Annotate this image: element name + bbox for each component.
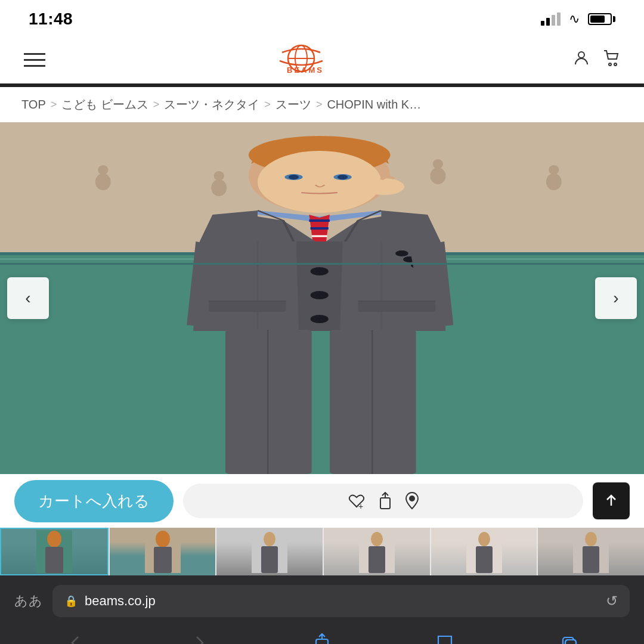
url-bar[interactable]: 🔒 beams.co.jp ↺ bbox=[52, 585, 630, 617]
svg-rect-33 bbox=[209, 301, 286, 312]
svg-rect-57 bbox=[369, 546, 385, 573]
svg-point-24 bbox=[289, 175, 299, 179]
svg-rect-44 bbox=[380, 498, 390, 509]
wifi-icon: ∿ bbox=[569, 11, 580, 27]
breadcrumb-sep-4: > bbox=[316, 98, 323, 111]
thumbnail-6[interactable] bbox=[538, 528, 644, 575]
next-image-button[interactable]: › bbox=[595, 277, 637, 319]
status-time: 11:48 bbox=[29, 10, 73, 29]
nav-icons bbox=[572, 49, 620, 71]
prev-arrow-icon: ‹ bbox=[25, 289, 30, 308]
svg-point-28 bbox=[311, 291, 329, 299]
browser-bookmarks-button[interactable] bbox=[428, 626, 462, 644]
thumbnail-3[interactable] bbox=[216, 528, 323, 575]
breadcrumb-top[interactable]: TOP bbox=[21, 98, 46, 112]
browser-share-button[interactable] bbox=[305, 626, 339, 644]
svg-point-13 bbox=[211, 179, 227, 196]
browser-tabs-button[interactable] bbox=[552, 626, 585, 644]
breadcrumb: TOP > こども ビームス > スーツ・ネクタイ > スーツ > CHOPIN… bbox=[0, 87, 644, 122]
thumbnail-4[interactable] bbox=[324, 528, 430, 575]
svg-point-16 bbox=[433, 159, 443, 169]
svg-rect-48 bbox=[45, 547, 63, 573]
user-icon[interactable] bbox=[572, 49, 590, 71]
next-arrow-icon: › bbox=[613, 289, 618, 308]
signal-icon bbox=[541, 13, 561, 26]
breadcrumb-sep-2: > bbox=[153, 98, 160, 111]
svg-point-4 bbox=[578, 52, 584, 58]
svg-point-56 bbox=[371, 532, 383, 546]
svg-point-47 bbox=[47, 531, 61, 547]
breadcrumb-suits[interactable]: スーツ・ネクタイ bbox=[164, 97, 259, 113]
scroll-to-top-button[interactable] bbox=[593, 482, 630, 519]
prev-image-button[interactable]: ‹ bbox=[7, 277, 49, 319]
svg-point-45 bbox=[410, 496, 414, 501]
svg-point-50 bbox=[156, 531, 170, 547]
breadcrumb-suit[interactable]: スーツ bbox=[275, 97, 311, 113]
product-image-container: ‹ › bbox=[0, 122, 644, 474]
product-image: ‹ › bbox=[0, 122, 644, 474]
status-bar: 11:48 ∿ bbox=[0, 0, 644, 36]
svg-rect-60 bbox=[476, 546, 493, 573]
svg-point-26 bbox=[363, 178, 404, 195]
svg-point-14 bbox=[214, 171, 224, 181]
browser-back-button[interactable] bbox=[59, 626, 92, 644]
wishlist-button[interactable]: + bbox=[348, 493, 366, 509]
svg-point-12 bbox=[98, 165, 108, 175]
svg-point-21 bbox=[258, 151, 381, 213]
thumbnail-5[interactable] bbox=[431, 528, 537, 575]
svg-rect-51 bbox=[154, 547, 172, 573]
action-bar: カートへ入れる + bbox=[0, 474, 644, 528]
lock-icon: 🔒 bbox=[64, 595, 78, 608]
breadcrumb-product[interactable]: CHOPIN with K… bbox=[327, 98, 421, 112]
svg-point-15 bbox=[430, 168, 445, 184]
svg-rect-64 bbox=[316, 639, 328, 644]
url-text: beams.co.jp bbox=[85, 593, 156, 609]
thumbnail-1[interactable] bbox=[0, 528, 109, 575]
svg-point-59 bbox=[478, 532, 490, 546]
image-thumbnails bbox=[0, 528, 644, 575]
svg-rect-63 bbox=[583, 546, 599, 573]
breadcrumb-kids[interactable]: こども ビームス bbox=[61, 97, 148, 113]
cart-icon[interactable] bbox=[602, 49, 620, 71]
svg-point-27 bbox=[311, 267, 329, 275]
svg-point-18 bbox=[549, 165, 559, 175]
svg-point-53 bbox=[264, 532, 275, 546]
share-button[interactable] bbox=[377, 492, 393, 510]
thumbnail-2[interactable] bbox=[110, 528, 216, 575]
nav-bar: BEAMS bbox=[0, 36, 644, 83]
svg-point-30 bbox=[395, 250, 408, 256]
svg-point-17 bbox=[546, 174, 562, 190]
status-icons: ∿ bbox=[541, 11, 615, 27]
location-button[interactable] bbox=[405, 492, 419, 510]
font-size-button[interactable]: ああ bbox=[14, 592, 43, 610]
svg-rect-35 bbox=[358, 301, 435, 312]
svg-point-25 bbox=[338, 175, 348, 179]
beams-logo[interactable]: BEAMS bbox=[270, 44, 348, 75]
browser-forward-button[interactable] bbox=[182, 626, 216, 644]
breadcrumb-sep-1: > bbox=[51, 98, 57, 111]
battery-icon bbox=[588, 13, 615, 25]
svg-text:BEAMS: BEAMS bbox=[287, 66, 324, 75]
svg-text:+: + bbox=[358, 501, 363, 509]
breadcrumb-sep-3: > bbox=[264, 98, 271, 111]
browser-address-bar: ああ 🔒 beams.co.jp ↺ bbox=[0, 575, 644, 623]
hamburger-menu[interactable] bbox=[24, 53, 45, 67]
reload-button[interactable]: ↺ bbox=[606, 593, 618, 609]
svg-point-62 bbox=[585, 532, 597, 546]
svg-point-6 bbox=[614, 63, 617, 66]
action-icons-group: + bbox=[183, 484, 583, 518]
browser-toolbar bbox=[0, 623, 644, 644]
svg-rect-54 bbox=[261, 546, 278, 573]
add-to-cart-button[interactable]: カートへ入れる bbox=[14, 480, 174, 522]
svg-point-5 bbox=[609, 63, 611, 66]
svg-point-29 bbox=[311, 315, 329, 323]
svg-point-11 bbox=[95, 174, 111, 190]
